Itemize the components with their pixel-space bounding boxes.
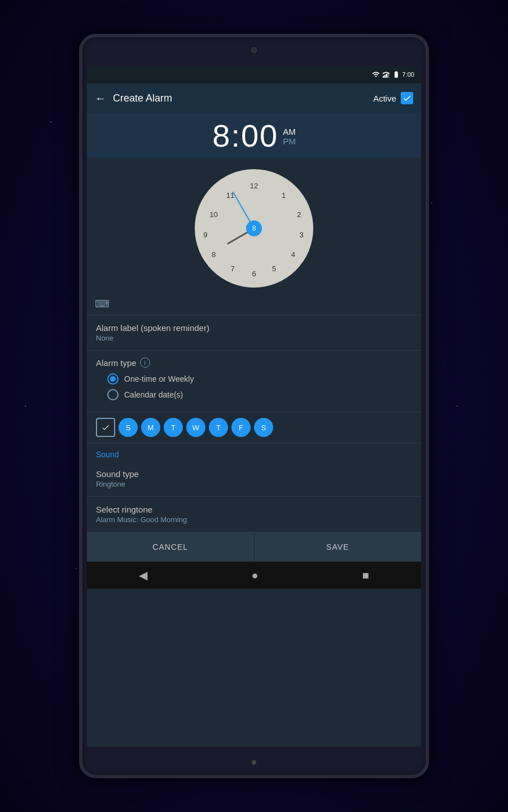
time-am[interactable]: AM [283,127,296,136]
top-bar-right: Active [373,92,413,104]
clock-center-dot: 8 [246,220,262,236]
back-button[interactable]: ← [95,92,106,105]
ringtone-value: Alarm Music: Good Morning [96,515,412,524]
clock-num-10: 10 [209,210,217,218]
clock-num-4: 4 [291,250,295,259]
clock-num-8: 8 [212,250,216,259]
alarm-type-title: Alarm type i [96,358,412,368]
top-bar: ← Create Alarm Active [87,83,421,113]
sound-type-value: Ringtone [96,480,412,488]
cancel-button[interactable]: CANCEL [87,532,255,562]
radio-outer-empty[interactable] [107,389,119,400]
status-icons: 7:00 [372,70,414,78]
status-time: 7:00 [402,71,414,78]
radio-label-one-time: One-time or Weekly [124,374,194,383]
radio-label-calendar: Calendar date(s) [124,390,183,399]
keyboard-icon[interactable]: ⌨ [95,298,110,310]
time-pm[interactable]: PM [283,136,296,146]
svg-rect-3 [387,73,388,78]
screen: 7:00 ← Create Alarm Active 8:00 [87,65,421,747]
clock-area: 12 1 2 3 4 5 6 7 8 9 10 11 8 [87,158,421,293]
checkmark-icon [402,94,411,103]
sound-header: Sound [87,443,421,461]
time-ampm: AM PM [283,127,296,146]
svg-rect-1 [384,75,386,78]
active-label: Active [373,94,396,103]
time-hours: 8:00 [212,117,278,154]
alarm-label-section[interactable]: Alarm label (spoken reminder) None [87,315,421,351]
battery-icon [392,70,400,78]
nav-back-button[interactable]: ◀ [139,568,147,582]
svg-rect-0 [383,76,384,78]
ringtone-section[interactable]: Select ringtone Alarm Music: Good Mornin… [87,497,421,532]
keyboard-area: ⌨ [87,293,421,315]
day-saturday[interactable]: S [254,418,273,437]
nav-recent-button[interactable]: ■ [362,569,369,582]
alarm-type-section: Alarm type i One-time or Weekly Calendar… [87,351,421,412]
nav-home-button[interactable]: ● [251,569,258,582]
bottom-buttons: CANCEL SAVE [87,532,421,562]
clock-face[interactable]: 12 1 2 3 4 5 6 7 8 9 10 11 8 [195,169,313,288]
radio-calendar[interactable]: Calendar date(s) [96,389,412,400]
tablet-device: 7:00 ← Create Alarm Active 8:00 [79,34,429,778]
info-icon[interactable]: i [140,358,150,368]
clock-num-2: 2 [297,210,301,218]
clock-num-5: 5 [272,264,276,273]
top-bar-left: ← Create Alarm [95,92,172,105]
nav-bar: ◀ ● ■ [87,562,421,589]
alarm-label-value: None [96,334,412,342]
day-friday[interactable]: F [231,418,251,437]
svg-rect-2 [386,74,387,78]
home-indicator [252,760,256,765]
camera [251,47,257,53]
day-sunday[interactable]: S [119,418,138,437]
active-checkbox[interactable] [401,92,413,104]
time-display: 8:00 AM PM [87,113,421,158]
clock-num-12: 12 [250,182,258,190]
day-monday[interactable]: M [141,418,160,437]
clock-num-6: 6 [252,269,256,277]
radio-outer-selected[interactable] [107,373,119,385]
day-selector: S M T W T F S [87,412,421,443]
signal-icon [382,70,390,78]
wifi-icon [372,70,380,78]
clock-num-1: 1 [282,191,286,200]
sound-type-section[interactable]: Sound type Ringtone [87,461,421,497]
radio-inner [110,376,116,382]
sound-title: Sound [96,450,412,459]
day-thursday[interactable]: T [209,418,228,437]
clock-num-9: 9 [203,230,207,239]
status-bar: 7:00 [87,65,421,83]
day-tuesday[interactable]: T [164,418,183,437]
day-all-checkbox[interactable] [96,418,115,437]
ringtone-label: Select ringtone [96,505,412,514]
alarm-label-title: Alarm label (spoken reminder) [96,323,412,333]
clock-num-7: 7 [231,264,235,273]
day-wednesday[interactable]: W [186,418,205,437]
save-button[interactable]: SAVE [255,532,422,562]
radio-one-time[interactable]: One-time or Weekly [96,373,412,385]
clock-num-3: 3 [299,230,303,239]
sound-type-label: Sound type [96,469,412,479]
page-title: Create Alarm [113,92,172,104]
checkmark-all-icon [101,423,110,432]
